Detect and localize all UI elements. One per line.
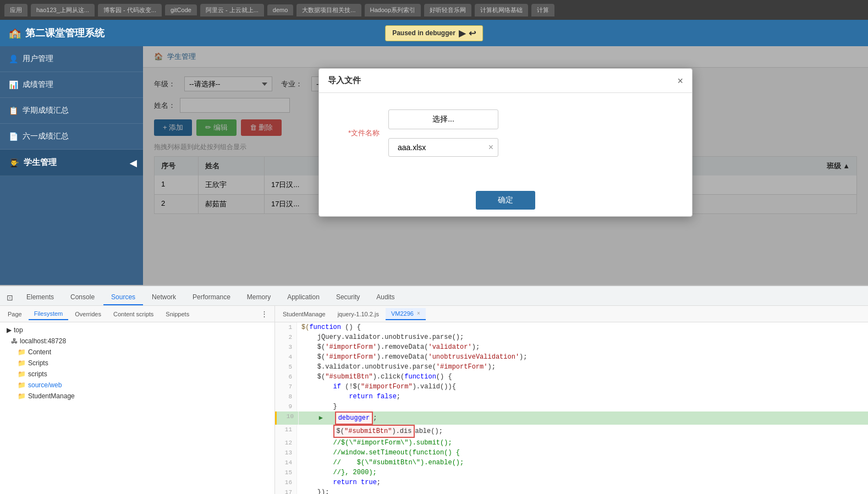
tree-item-student-manage[interactable]: 📁 StudentManage [0, 391, 274, 402]
tree-label-scripts2: scripts [28, 370, 47, 378]
tree-label-content: Content [28, 348, 51, 356]
sidebar-label-user: 用户管理 [23, 54, 53, 64]
tab-music[interactable]: 好听轻音乐网 [424, 4, 471, 17]
tab-security[interactable]: Security [328, 290, 367, 305]
tab-bokeyuan[interactable]: 博客园 - 代码改变... [98, 4, 162, 17]
choose-file-button[interactable]: 选择... [388, 109, 498, 129]
code-line-12: 12 //$(\"#importForm\").submit(); [275, 438, 868, 448]
tree-item-localhost[interactable]: 🖧 localhost:48728 [0, 336, 274, 347]
folder-icon-content: 📁 [18, 348, 26, 356]
sidebar-label-semester: 学期成绩汇总 [23, 106, 69, 116]
file-field: *文件名称 选择... aaa.xlsx × [341, 109, 670, 157]
tree-item-scripts[interactable]: 📁 Scripts [0, 358, 274, 369]
code-tab-vm2296[interactable]: VM2296 × [386, 308, 426, 320]
tab-memory[interactable]: Memory [239, 290, 278, 305]
user-icon: 👤 [9, 54, 18, 63]
devtools-toggle-button[interactable]: ⊡ [2, 290, 18, 305]
tab-elements[interactable]: Elements [19, 290, 62, 305]
subtab-overrides[interactable]: Overrides [69, 309, 107, 320]
tree-item-scripts2[interactable]: 📁 scripts [0, 369, 274, 380]
dialog-footer: 确定 [319, 184, 692, 216]
line-num-7: 7 [275, 382, 297, 392]
more-options-icon[interactable]: ⋮ [256, 308, 272, 320]
subtab-page[interactable]: Page [2, 309, 28, 320]
line-num-9: 9 [275, 402, 297, 411]
tab-bigdata[interactable]: 大数据项目相关技... [296, 4, 361, 17]
tab-sources[interactable]: Sources [103, 290, 143, 305]
confirm-button[interactable]: 确定 [476, 191, 535, 210]
line-code-6: $("#submitBtn").click(function() { [297, 372, 868, 382]
line-num-8: 8 [275, 392, 297, 402]
dialog-title: 导入文件 [328, 75, 361, 86]
code-tab-jquery[interactable]: jquery-1.10.2.js [332, 309, 384, 320]
sidebar-item-semester-summary[interactable]: 📋 学期成绩汇总 [0, 98, 143, 124]
file-name: aaa.xlsx [398, 143, 426, 152]
tab-network[interactable]: 计算机网络基础 [475, 4, 528, 17]
subtab-filesystem[interactable]: Filesystem [29, 308, 69, 320]
tab-aliyun[interactable]: 阿里云 - 上云就上... [200, 4, 264, 17]
code-line-6: 6 $("#submitBtn").click(function() { [275, 372, 868, 382]
student-icon: 👨‍🎓 [9, 158, 19, 168]
dialog-overlay: 导入文件 × *文件名称 选择... aaa.xlsx × [143, 46, 868, 285]
file-label: *文件名称 [341, 128, 380, 138]
tab-hao123[interactable]: hao123_上网从这... [31, 4, 95, 17]
sidebar-item-june-summary[interactable]: 📄 六一成绩汇总 [0, 124, 143, 150]
tab-apps[interactable]: 应用 [4, 4, 28, 17]
step-icon[interactable]: ↩ [469, 28, 476, 39]
sidebar-label-student: 学生管理 [24, 157, 57, 168]
line-code-9: } [297, 402, 868, 411]
debugger-paused-badge: Paused in debugger ▶ ↩ [385, 25, 483, 41]
tab-calc[interactable]: 计算 [531, 4, 554, 17]
line-num-6: 6 [275, 372, 297, 382]
tab-performance[interactable]: Performance [185, 290, 238, 305]
code-tab-label-jquery: jquery-1.10.2.js [338, 311, 379, 317]
devtools-body: Page Filesystem Overrides Content script… [0, 306, 868, 494]
code-tab-close-icon[interactable]: × [417, 310, 420, 316]
dialog-close-button[interactable]: × [677, 76, 683, 86]
sidebar-item-user-management[interactable]: 👤 用户管理 [0, 46, 143, 72]
line-code-12: //$(\"#importForm\").submit(); [297, 438, 868, 448]
devtools-tabs-bar: ⊡ Elements Console Sources Network Perfo… [0, 286, 868, 306]
resume-icon[interactable]: ▶ [459, 28, 465, 39]
tab-application[interactable]: Application [279, 290, 327, 305]
line-code-4: $('#importForm').removeData('unobtrusive… [297, 352, 868, 362]
line-num-12: 12 [275, 438, 297, 448]
tab-hadoop[interactable]: Hadoop系列索引 [365, 4, 421, 17]
code-line-10: 10 ▶ debugger; [275, 411, 868, 425]
dialog-header: 导入文件 × [319, 69, 692, 93]
tree-item-content[interactable]: 📁 Content [0, 347, 274, 358]
tree-item-source-web[interactable]: 📁 source/web [0, 380, 274, 391]
sidebar-item-grade-management[interactable]: 📊 成绩管理 [0, 72, 143, 98]
app-title: 第二课堂管理系统 [25, 26, 105, 40]
tab-network[interactable]: Network [144, 290, 184, 305]
folder-icon-student: 📁 [18, 392, 26, 400]
subtab-snippets[interactable]: Snippets [160, 309, 195, 320]
line-code-17: }); [297, 487, 868, 494]
code-line-4: 4 $('#importForm').removeData('unobtrusi… [275, 352, 868, 362]
tree-label-scripts: Scripts [28, 359, 48, 367]
code-line-2: 2 jQuery.validator.unobtrusive.parse(); [275, 332, 868, 342]
line-code-13: //window.setTimeout(function() { [297, 448, 868, 458]
remove-file-icon[interactable]: × [488, 142, 493, 152]
sidebar: 👤 用户管理 📊 成绩管理 📋 学期成绩汇总 📄 六一成绩汇总 👨‍🎓 学生管理… [0, 46, 143, 285]
sources-left-panel: Page Filesystem Overrides Content script… [0, 306, 275, 494]
tab-console[interactable]: Console [63, 290, 102, 305]
line-code-5: $.validator.unobtrusive.parse('#importFo… [297, 362, 868, 372]
line-code-8: return false; [297, 392, 868, 402]
subtab-content-scripts[interactable]: Content scripts [108, 309, 159, 320]
sidebar-item-student-management[interactable]: 👨‍🎓 学生管理 ◀ [0, 150, 143, 176]
line-num-5: 5 [275, 362, 297, 372]
code-line-3: 3 $('#importForm').removeData('validator… [275, 342, 868, 352]
code-line-1: 1 $(function () { [275, 322, 868, 332]
file-tree: ▶ top 🖧 localhost:48728 📁 Content 📁 Scri… [0, 322, 274, 494]
line-num-3: 3 [275, 342, 297, 352]
code-tab-student-manage[interactable]: StudentManage [277, 309, 331, 320]
code-line-7: 7 if (!$("#importForm").valid()){ [275, 382, 868, 392]
line-code-16: return true; [297, 477, 868, 487]
tab-demo[interactable]: demo [267, 4, 294, 15]
tree-item-top[interactable]: ▶ top [0, 325, 274, 336]
paused-text: Paused in debugger [392, 29, 455, 37]
tab-audits[interactable]: Audits [369, 290, 402, 305]
folder-icon-source-web: 📁 [18, 381, 26, 389]
tab-gitcode[interactable]: gitCode [165, 4, 197, 15]
